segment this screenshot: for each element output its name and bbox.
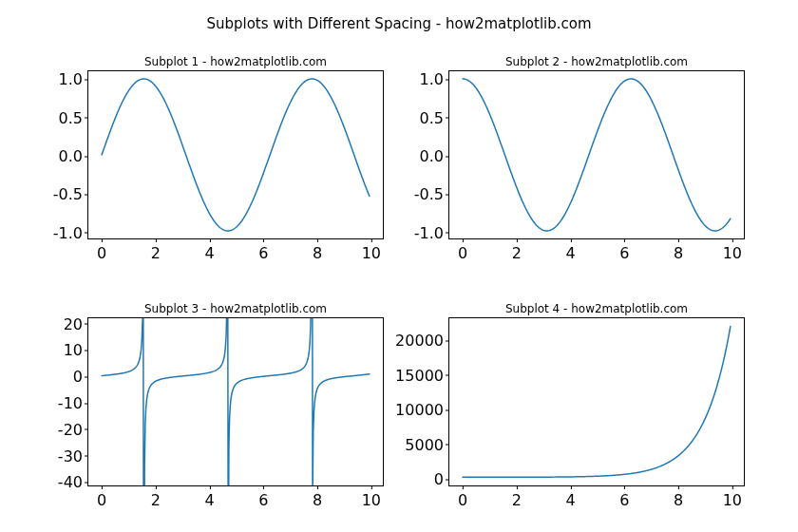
sp4-xtick: 2 [512, 485, 522, 509]
sp3-ytick: -20 [58, 420, 88, 438]
sp4-ytick: 10000 [395, 401, 449, 419]
subplot-2: Subplot 2 - how2matplotlib.com 0246810-1… [448, 55, 745, 239]
sp4-ytick: 0 [434, 470, 449, 488]
subplot-2-title: Subplot 2 - how2matplotlib.com [448, 55, 745, 68]
sp1-ytick: 1.0 [59, 70, 88, 88]
sp1-xtick: 6 [258, 238, 268, 262]
sp1-ytick: 0.0 [59, 147, 88, 165]
sp4-ytick: 15000 [395, 366, 449, 384]
sp2-xtick: 6 [619, 238, 629, 262]
sp1-xtick: 2 [151, 238, 161, 262]
figure: Subplots with Different Spacing - how2ma… [0, 0, 798, 532]
sp4-xtick: 8 [674, 485, 683, 509]
subplot-1: Subplot 1 - how2matplotlib.com 0246810-1… [87, 55, 384, 239]
sp3-xtick: 4 [205, 485, 215, 509]
subplot-3-title: Subplot 3 - how2matplotlib.com [87, 302, 384, 315]
figure-suptitle: Subplots with Different Spacing - how2ma… [0, 15, 798, 32]
sp2-ytick: 1.0 [420, 70, 449, 88]
sp3-ytick: 10 [64, 341, 88, 359]
sp3-xtick: 0 [97, 485, 106, 509]
sp4-ytick: 20000 [395, 332, 449, 350]
sp4-ytick: 5000 [405, 435, 449, 453]
sp3-ytick: 0 [73, 368, 88, 386]
sp1-ytick: -0.5 [53, 185, 88, 203]
sp2-ytick: -1.0 [414, 223, 449, 241]
subplot-1-axes: 0246810-1.0-0.50.00.51.0 [87, 70, 384, 239]
subplot-3: Subplot 3 - how2matplotlib.com 0246810-4… [87, 302, 384, 486]
sp1-ytick: -1.0 [53, 223, 88, 241]
sp2-ytick: 0.5 [420, 108, 449, 126]
sp2-xtick: 2 [512, 238, 522, 262]
subplot-2-axes: 0246810-1.0-0.50.00.51.0 [448, 70, 745, 239]
subplot-4: Subplot 4 - how2matplotlib.com 024681005… [448, 302, 745, 486]
sp3-ytick: -30 [58, 446, 88, 465]
sp3-ytick: -40 [58, 473, 88, 491]
subplot-4-axes: 024681005000100001500020000 [448, 317, 745, 486]
sp3-xtick: 6 [258, 485, 268, 509]
sp2-xtick: 4 [566, 238, 576, 262]
sp2-xtick: 0 [458, 238, 467, 262]
sp2-ytick: 0.0 [420, 147, 449, 165]
sp3-xtick: 8 [313, 485, 322, 509]
sp2-ytick: -0.5 [414, 185, 449, 203]
subplot-4-line [449, 318, 744, 485]
sp4-xtick: 10 [723, 485, 742, 509]
subplot-3-line [88, 318, 383, 485]
subplot-4-title: Subplot 4 - how2matplotlib.com [448, 302, 745, 315]
sp1-ytick: 0.5 [59, 108, 88, 126]
sp3-ytick: 20 [64, 314, 88, 332]
sp3-xtick: 10 [362, 485, 381, 509]
subplot-2-line [449, 71, 744, 238]
sp1-xtick: 10 [362, 238, 381, 262]
sp1-xtick: 8 [313, 238, 322, 262]
subplot-1-line [88, 71, 383, 238]
sp2-xtick: 8 [674, 238, 683, 262]
sp4-xtick: 6 [619, 485, 629, 509]
sp3-ytick: -10 [58, 394, 88, 412]
sp4-xtick: 4 [566, 485, 576, 509]
sp1-xtick: 4 [205, 238, 215, 262]
sp3-xtick: 2 [151, 485, 161, 509]
subplot-3-axes: 0246810-40-30-20-1001020 [87, 317, 384, 486]
subplot-1-title: Subplot 1 - how2matplotlib.com [87, 55, 384, 68]
sp2-xtick: 10 [723, 238, 742, 262]
sp1-xtick: 0 [97, 238, 106, 262]
sp4-xtick: 0 [458, 485, 467, 509]
